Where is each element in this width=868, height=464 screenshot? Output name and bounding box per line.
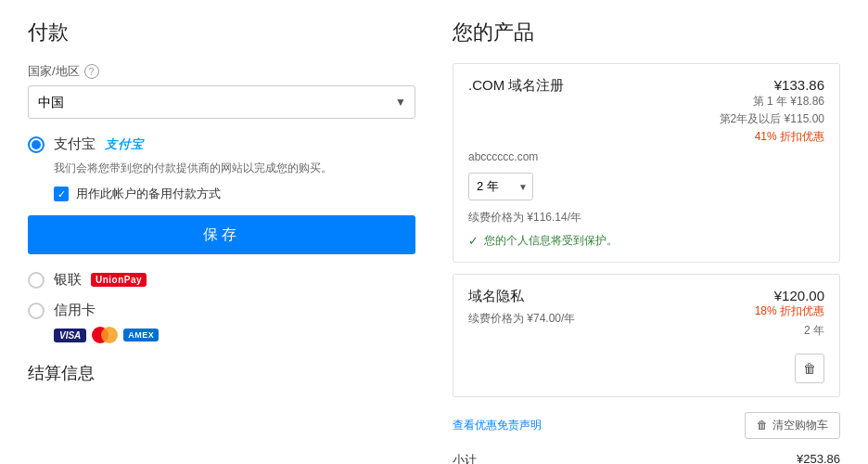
subtotal-value: ¥253.86 (797, 452, 840, 464)
alipay-label: 支付宝 (54, 135, 96, 153)
alipay-option: 支付宝 支付宝 我们会将您带到您的付款提供商的网站以完成您的购买。 ✓ 用作此帐… (28, 135, 415, 254)
save-button[interactable]: 保存 (28, 215, 415, 254)
unionpay-option: 银联 UnionPay (28, 271, 415, 289)
price-year2: 第2年及以后 ¥115.00 (720, 110, 824, 128)
unionpay-logo: UnionPay (91, 273, 147, 287)
alipay-radio[interactable] (28, 136, 45, 153)
privacy-discount: 18% 折扣优惠 (755, 303, 824, 319)
domain-privacy-card: 域名隐私 续费价格为 ¥74.00/年 ¥120.00 18% 折扣优惠 2 年… (453, 274, 840, 397)
products-title: 您的产品 (453, 19, 840, 46)
country-label: 国家/地区 ? (28, 63, 415, 80)
domain-renew-price: 续费价格为 ¥116.14/年 (468, 210, 824, 226)
backup-label: 用作此帐户的备用付款方式 (76, 186, 221, 202)
left-panel: 付款 国家/地区 ? 中国 ▼ 支付宝 支付宝 我们会将您带到您的付款提供商的网… (28, 19, 415, 464)
privacy-renew-price: 续费价格为 ¥74.00/年 (468, 311, 575, 327)
amex-logo: AMEX (123, 329, 159, 342)
privacy-years: 2 年 (755, 323, 824, 339)
help-icon[interactable]: ? (84, 64, 99, 79)
alipay-logo: 支付宝 (105, 136, 144, 153)
billing-title: 结算信息 (28, 362, 415, 384)
price-year1: 第 1 年 ¥18.86 (720, 93, 824, 110)
payment-title: 付款 (28, 19, 415, 46)
unionpay-label: 银联 (54, 271, 82, 289)
country-select[interactable]: 中国 (28, 85, 415, 119)
year-select-wrapper: 1 年 2 年 3 年 5 年 ▼ (468, 173, 533, 200)
alipay-desc: 我们会将您带到您的付款提供商的网站以完成您的购买。 (54, 161, 415, 176)
mastercard-logo (92, 327, 118, 343)
privacy-notice: ✓ 您的个人信息将受到保护。 (468, 233, 824, 249)
card-logos: VISA AMEX (54, 327, 415, 343)
privacy-price: ¥120.00 (755, 288, 824, 303)
domain-discount: 41% 折扣优惠 (720, 128, 824, 146)
creditcard-option: 信用卡 VISA AMEX (28, 302, 415, 343)
domain-product-name: .COM 域名注册 (468, 77, 564, 95)
privacy-delete-button[interactable]: 🗑 (795, 354, 824, 383)
year-select-row: 1 年 2 年 3 年 5 年 ▼ (468, 173, 824, 200)
backup-checkbox[interactable]: ✓ (54, 187, 69, 201)
creditcard-radio[interactable] (28, 303, 45, 319)
check-icon: ✓ (468, 234, 479, 248)
year-select[interactable]: 1 年 2 年 3 年 5 年 (468, 173, 533, 200)
visa-logo: VISA (54, 329, 86, 342)
subtotal-label: 小计 (453, 452, 477, 464)
promo-link[interactable]: 查看优惠免责声明 (453, 418, 542, 433)
privacy-product-name: 域名隐私 (468, 288, 575, 305)
domain-name: abcccccc.com (468, 150, 824, 163)
unionpay-radio[interactable] (28, 272, 45, 289)
domain-product-price: ¥133.86 (720, 77, 824, 93)
trash-icon: 🗑 (757, 419, 768, 432)
right-panel: 您的产品 .COM 域名注册 ¥133.86 第 1 年 ¥18.86 第2年及… (453, 19, 840, 464)
backup-payment-row: ✓ 用作此帐户的备用付款方式 (54, 186, 415, 202)
subtotal-row: 小计 ¥253.86 (453, 452, 840, 464)
domain-product-card: .COM 域名注册 ¥133.86 第 1 年 ¥18.86 第2年及以后 ¥1… (453, 63, 840, 263)
clear-cart-button[interactable]: 🗑 清空购物车 (745, 412, 840, 439)
cart-footer: 查看优惠免责声明 🗑 清空购物车 (453, 408, 840, 439)
creditcard-label: 信用卡 (54, 302, 96, 319)
country-select-wrapper: 中国 ▼ (28, 85, 415, 119)
